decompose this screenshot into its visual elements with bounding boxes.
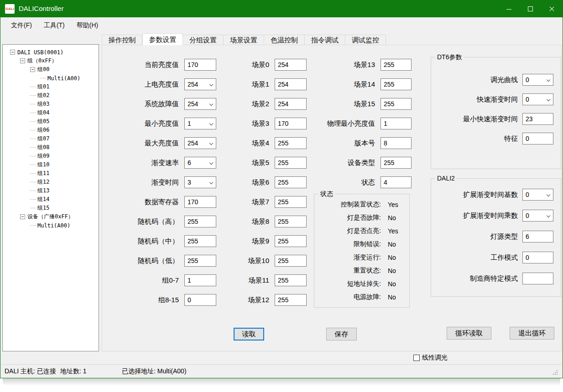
scene14-input[interactable]: 255: [381, 78, 412, 90]
scene5-input[interactable]: 255: [275, 157, 307, 169]
current-level-input[interactable]: 170: [184, 59, 216, 71]
tree-node-label: 组05: [37, 118, 49, 125]
tree-node-root[interactable]: DALI USB(0001): [3, 48, 99, 57]
loop-read-button[interactable]: 循环读取: [447, 327, 491, 340]
field-label: 场景4: [220, 139, 275, 148]
random-code-high-input[interactable]: 255: [184, 216, 216, 227]
group-8-15-input[interactable]: 0: [184, 294, 216, 306]
tree-node-multi[interactable]: Multi(A00): [3, 74, 99, 83]
tab-color-temp-control[interactable]: 色温控制: [264, 35, 305, 45]
tab-scene-settings[interactable]: 场景设置: [224, 35, 264, 45]
tree-node-group-root[interactable]: 组（0xFF）: [3, 57, 99, 65]
features-input[interactable]: 0: [522, 133, 553, 144]
maximize-button[interactable]: [520, 0, 541, 17]
save-button[interactable]: 保存: [326, 328, 357, 340]
tree-node-group11[interactable]: 组11: [3, 169, 99, 178]
tree-node-multi2[interactable]: Multi(A00): [3, 221, 99, 230]
tab-operation-control[interactable]: 操作控制: [102, 35, 142, 45]
tree-node-group13[interactable]: 组13: [3, 186, 99, 195]
system-failure-level-combobox[interactable]: 254: [184, 98, 216, 110]
exit-loop-button[interactable]: 退出循环: [510, 327, 554, 340]
field-label: 灯源类型: [435, 232, 522, 241]
menu-tools[interactable]: 工具(T): [38, 19, 71, 32]
tab-debug-monitor[interactable]: 调试监控: [345, 35, 386, 45]
tab-grouping-settings[interactable]: 分组设置: [183, 35, 224, 45]
scene11-input[interactable]: 255: [275, 274, 307, 286]
light-source-type-input[interactable]: 6: [522, 231, 553, 242]
tree-connector: [30, 130, 36, 130]
scene4-input[interactable]: 255: [275, 137, 307, 149]
close-button[interactable]: [541, 0, 563, 17]
tree-node-device-broadcast[interactable]: 设备（广播0xFF）: [3, 212, 99, 221]
group-0-7-input[interactable]: 1: [184, 274, 216, 286]
read-button[interactable]: 读取: [234, 328, 264, 340]
chevron-down-icon: [209, 102, 213, 106]
scene9-input[interactable]: 255: [275, 235, 307, 247]
tree-node-group00[interactable]: 组00: [3, 65, 99, 74]
scene10-input[interactable]: 255: [275, 255, 307, 267]
field-value: 1: [381, 120, 387, 127]
scene15-input[interactable]: 255: [381, 98, 412, 110]
scene7-input[interactable]: 255: [275, 196, 307, 208]
scene8-input[interactable]: 255: [275, 216, 307, 227]
max-level-combobox[interactable]: 254: [184, 137, 216, 149]
physical-min-level-input[interactable]: 1: [381, 118, 412, 129]
tab-parameter-settings[interactable]: 参数设置: [142, 33, 183, 45]
min-level-combobox[interactable]: 1: [184, 118, 216, 129]
operating-mode-input[interactable]: 0: [522, 252, 553, 263]
fade-rate-combobox[interactable]: 6: [184, 157, 216, 169]
fast-fade-time-combobox[interactable]: 0: [522, 93, 553, 105]
dimming-curve-combobox[interactable]: 0: [522, 74, 553, 86]
tree-node-label: 组14: [37, 196, 49, 203]
random-code-mid-input[interactable]: 255: [184, 235, 216, 247]
status-input[interactable]: 4: [381, 176, 412, 188]
field-value: 170: [185, 198, 198, 206]
tree-node-group07[interactable]: 组07: [3, 134, 99, 143]
linear-dimming-checkbox[interactable]: [413, 355, 420, 361]
power-on-level-combobox[interactable]: 254: [184, 78, 216, 90]
device-type-input[interactable]: 255: [381, 157, 412, 169]
field-row: 场景3170: [220, 118, 307, 129]
tree-node-group12[interactable]: 组12: [3, 178, 99, 186]
collapse-icon[interactable]: [20, 58, 25, 63]
collapse-icon[interactable]: [20, 214, 25, 219]
ext-fade-time-base-combobox[interactable]: 0: [522, 189, 553, 201]
tree-node-group04[interactable]: 组04: [3, 108, 99, 117]
data-register-input[interactable]: 170: [184, 196, 216, 208]
menu-help[interactable]: 帮助(H): [71, 19, 104, 32]
ext-fade-time-multiplier-combobox[interactable]: 0: [522, 210, 553, 222]
scene1-input[interactable]: 254: [275, 78, 307, 90]
collapse-icon[interactable]: [10, 50, 15, 55]
tree-node-group06[interactable]: 组06: [3, 126, 99, 134]
version-input[interactable]: 8: [381, 137, 412, 149]
tree-node-group14[interactable]: 组14: [3, 195, 99, 204]
resize-grip[interactable]: [557, 374, 558, 375]
tree-node-group10[interactable]: 组10: [3, 160, 99, 169]
scene12-input[interactable]: 255: [275, 294, 307, 306]
scene13-input[interactable]: 255: [381, 59, 412, 71]
tree-node-group09[interactable]: 组09: [3, 152, 99, 160]
tree-node-group15[interactable]: 组15: [3, 204, 99, 212]
scene2-input[interactable]: 254: [275, 98, 307, 110]
tree-node-group01[interactable]: 组01: [3, 83, 99, 91]
tree-node-group03[interactable]: 组03: [3, 100, 99, 108]
minimize-button[interactable]: [498, 0, 520, 17]
collapse-icon[interactable]: [30, 67, 35, 72]
scene6-input[interactable]: 255: [275, 176, 307, 188]
tab-command-debug[interactable]: 指令调试: [305, 35, 345, 45]
scene0-input[interactable]: 254: [275, 59, 307, 71]
field-label: 制造商特定模式: [435, 274, 522, 283]
tree-connector: [30, 165, 36, 165]
scene3-input[interactable]: 170: [275, 118, 307, 129]
tree-node-group08[interactable]: 组08: [3, 143, 99, 152]
linear-dimming-checkbox-row: 线性调光: [413, 354, 448, 362]
fade-time-combobox[interactable]: 3: [184, 176, 216, 188]
random-code-low-input[interactable]: 255: [184, 255, 216, 267]
menu-file[interactable]: 文件(F): [5, 19, 38, 32]
field-value: 254: [275, 61, 288, 68]
field-label: 最小亮度值: [124, 119, 184, 128]
min-fast-fade-time-input[interactable]: 23: [522, 113, 553, 125]
tree-node-group02[interactable]: 组02: [3, 91, 99, 100]
tree-node-group05[interactable]: 组05: [3, 117, 99, 126]
manufacturer-mode-input[interactable]: [522, 273, 553, 284]
